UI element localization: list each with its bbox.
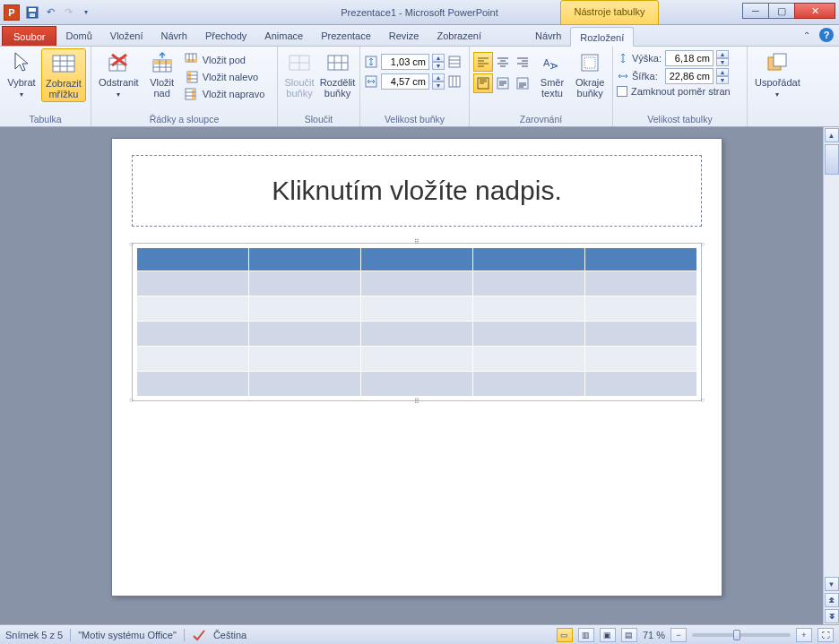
col-width-input[interactable] <box>381 73 429 90</box>
normal-view-button[interactable]: ▭ <box>557 628 573 642</box>
insert-above-button[interactable]: Vložit nad <box>144 48 180 100</box>
distribute-cols-icon[interactable] <box>447 74 462 89</box>
group-alignment: AA Směr textu Okraje buňky Zarovnání <box>470 47 613 126</box>
select-button[interactable]: Vybrat ▾ <box>4 48 39 102</box>
insert-right-button[interactable]: Vložit napravo <box>182 86 268 102</box>
align-middle-button[interactable] <box>493 73 513 93</box>
resize-handle-icon[interactable]: ⠿ <box>414 398 420 406</box>
slideshow-view-button[interactable]: ▤ <box>621 628 637 642</box>
align-right-button[interactable] <box>513 52 532 72</box>
tab-domu[interactable]: Domů <box>56 26 100 46</box>
svg-rect-1 <box>29 8 36 12</box>
svg-rect-40 <box>449 76 460 87</box>
slide-surface[interactable]: Kliknutím vložíte nadpis. ○ ○ ⠿ ○ ○ ⠿ <box>0 127 823 624</box>
align-top-button[interactable] <box>473 73 493 93</box>
fit-to-window-button[interactable]: ⛶ <box>817 628 834 642</box>
next-slide-icon[interactable]: ⯯ <box>825 609 839 623</box>
split-cells-button[interactable]: Rozdělit buňky <box>319 48 356 100</box>
spin-up-icon[interactable]: ▲ <box>716 68 729 76</box>
merge-icon <box>287 50 312 75</box>
spin-up-icon[interactable]: ▲ <box>432 73 445 82</box>
row-height-input[interactable] <box>381 54 429 70</box>
resize-handle-icon[interactable]: ○ <box>700 240 705 248</box>
group-rows-cols: Odstranit ▾ Vložit nad Vložit pod Vložit… <box>91 47 278 126</box>
align-left-button[interactable] <box>473 52 493 72</box>
undo-icon[interactable]: ↶ <box>43 5 57 20</box>
svg-rect-51 <box>774 54 786 66</box>
title-placeholder[interactable]: Kliknutím vložíte nadpis. <box>132 155 702 227</box>
spin-down-icon[interactable]: ▼ <box>432 62 445 70</box>
scroll-thumb[interactable] <box>825 144 839 175</box>
slide-number[interactable]: Snímek 5 z 5 <box>5 630 63 640</box>
tab-revize[interactable]: Revize <box>380 26 428 46</box>
slide[interactable]: Kliknutím vložíte nadpis. ○ ○ ⠿ ○ ○ ⠿ <box>112 139 722 596</box>
delete-button[interactable]: Odstranit ▾ <box>95 48 143 102</box>
distribute-rows-icon[interactable] <box>447 55 462 69</box>
app-icon: P <box>4 4 20 21</box>
resize-handle-icon[interactable]: ○ <box>129 240 134 248</box>
insert-left-button[interactable]: Vložit nalevo <box>182 69 268 85</box>
insert-right-label: Vložit napravo <box>203 89 265 99</box>
tab-vlozeni[interactable]: Vložení <box>101 26 152 46</box>
close-button[interactable]: ✕ <box>794 3 835 19</box>
svg-rect-17 <box>186 59 196 62</box>
group-rows-cols-label: Řádky a sloupce <box>95 113 273 126</box>
spellcheck-icon[interactable] <box>192 629 206 641</box>
arrange-button[interactable]: Uspořádat ▾ <box>751 48 804 102</box>
redo-icon[interactable]: ↷ <box>61 5 75 20</box>
help-icon[interactable]: ? <box>819 28 834 42</box>
ribbon-minimize-icon[interactable]: ⌃ <box>803 30 810 40</box>
tab-zobrazeni[interactable]: Zobrazení <box>428 26 490 46</box>
resize-handle-icon[interactable]: ⠿ <box>414 238 420 246</box>
lock-aspect-checkbox[interactable]: Zamknout poměr stran <box>617 86 731 97</box>
vertical-scrollbar[interactable]: ▲ ▼ ⯭ ⯯ <box>823 127 839 624</box>
zoom-thumb[interactable] <box>733 630 740 640</box>
table[interactable] <box>136 247 697 397</box>
language[interactable]: Čeština <box>213 630 247 640</box>
tab-rozlozeni[interactable]: Rozložení <box>570 27 634 47</box>
tab-prechody[interactable]: Přechody <box>196 26 255 46</box>
zoom-slider[interactable] <box>692 633 791 637</box>
scroll-down-icon[interactable]: ▼ <box>825 577 839 591</box>
qat-menu-icon[interactable]: ▾ <box>79 5 93 20</box>
zoom-out-button[interactable]: − <box>670 628 687 642</box>
table-height-input[interactable] <box>665 50 714 66</box>
reading-view-button[interactable]: ▣ <box>600 628 616 642</box>
merge-cells-button[interactable]: Sloučit buňky <box>281 48 317 100</box>
resize-handle-icon[interactable]: ○ <box>700 396 705 404</box>
align-bottom-button[interactable] <box>513 73 532 93</box>
spin-down-icon[interactable]: ▼ <box>432 82 445 90</box>
text-direction-button[interactable]: AA Směr textu <box>534 48 570 100</box>
table-width-input[interactable] <box>665 68 714 84</box>
insert-right-icon <box>185 87 199 101</box>
zoom-in-button[interactable]: + <box>796 628 812 642</box>
svg-rect-2 <box>30 13 35 17</box>
show-grid-button[interactable]: Zobrazit mřížku <box>41 48 86 102</box>
file-tab[interactable]: Soubor <box>2 26 56 46</box>
spin-up-icon[interactable]: ▲ <box>716 50 729 58</box>
insert-above-label: Vložit nad <box>150 77 174 99</box>
tab-table-navrh[interactable]: Návrh <box>526 26 570 46</box>
tab-animace[interactable]: Animace <box>255 26 312 46</box>
scroll-up-icon[interactable]: ▲ <box>825 128 839 142</box>
sorter-view-button[interactable]: ▥ <box>578 628 594 642</box>
theme-name[interactable]: "Motiv systému Office" <box>78 630 177 640</box>
table-selection[interactable]: ○ ○ ⠿ ○ ○ ⠿ <box>132 243 702 401</box>
checkbox-icon <box>617 86 627 97</box>
minimize-button[interactable]: ─ <box>742 3 769 19</box>
cell-margins-button[interactable]: Okraje buňky <box>572 48 608 100</box>
zoom-level[interactable]: 71 % <box>643 630 665 640</box>
spin-down-icon[interactable]: ▼ <box>716 76 729 84</box>
save-icon[interactable] <box>25 5 39 20</box>
prev-slide-icon[interactable]: ⯭ <box>825 593 839 607</box>
resize-handle-icon[interactable]: ○ <box>129 396 134 404</box>
spin-down-icon[interactable]: ▼ <box>716 58 729 66</box>
insert-below-button[interactable]: Vložit pod <box>182 52 268 68</box>
spin-up-icon[interactable]: ▲ <box>432 54 445 62</box>
text-direction-label: Směr textu <box>541 77 564 99</box>
align-center-button[interactable] <box>493 52 513 72</box>
tab-prezentace[interactable]: Prezentace <box>312 26 380 46</box>
tab-navrh[interactable]: Návrh <box>152 26 196 46</box>
split-label: Rozdělit buňky <box>320 77 356 99</box>
maximize-button[interactable]: ▢ <box>768 3 795 19</box>
